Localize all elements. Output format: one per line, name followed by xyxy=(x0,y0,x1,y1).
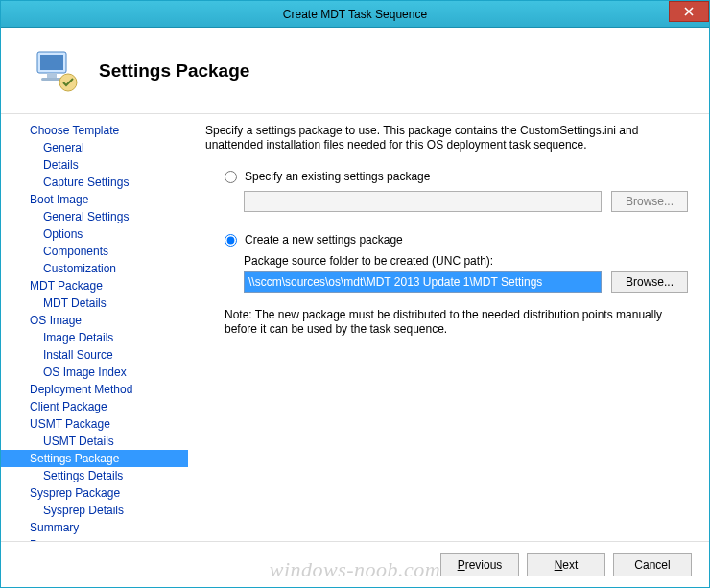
nav-item-general[interactable]: General xyxy=(1,139,188,156)
nav-item-mdt-package[interactable]: MDT Package xyxy=(1,277,188,294)
svg-rect-4 xyxy=(47,73,57,78)
existing-field-row: Browse... xyxy=(244,191,688,212)
note-text: Note: The new package must be distribute… xyxy=(225,308,688,337)
page-title: Settings Package xyxy=(99,60,249,82)
nav-item-choose-template[interactable]: Choose Template xyxy=(1,122,188,139)
nav-item-usmt-package[interactable]: USMT Package xyxy=(1,415,188,433)
titlebar: Create MDT Task Sequence xyxy=(1,1,709,28)
wizard-header: Settings Package xyxy=(1,28,709,114)
nav-item-customization[interactable]: Customization xyxy=(1,260,188,277)
intro-text: Specify a settings package to use. This … xyxy=(205,124,688,153)
radio-new-label[interactable]: Create a new settings package xyxy=(245,233,403,247)
nav-item-components[interactable]: Components xyxy=(1,243,188,260)
nav-item-os-image[interactable]: OS Image xyxy=(1,312,188,329)
svg-rect-3 xyxy=(40,55,63,70)
wizard-window: Create MDT Task Sequence Settings Packag… xyxy=(0,0,710,588)
cancel-button[interactable]: Cancel xyxy=(613,553,692,576)
nav-item-options[interactable]: Options xyxy=(1,225,188,243)
nav-item-summary[interactable]: Summary xyxy=(1,519,188,536)
wizard-footer: Previous Next Cancel xyxy=(1,541,709,587)
radio-new[interactable] xyxy=(225,234,237,247)
nav-item-image-details[interactable]: Image Details xyxy=(1,329,188,346)
close-icon xyxy=(684,7,694,16)
new-path-label: Package source folder to be created (UNC… xyxy=(244,254,688,268)
nav-item-deployment-method[interactable]: Deployment Method xyxy=(1,381,188,398)
window-title: Create MDT Task Sequence xyxy=(283,8,427,21)
previous-button[interactable]: Previous xyxy=(440,553,519,576)
nav-item-usmt-details[interactable]: USMT Details xyxy=(1,433,188,450)
nav-item-install-source[interactable]: Install Source xyxy=(1,346,188,364)
browse-existing-button: Browse... xyxy=(611,191,688,212)
nav-item-os-image-index[interactable]: OS Image Index xyxy=(1,364,188,381)
nav-item-boot-image[interactable]: Boot Image xyxy=(1,191,188,208)
wizard-main-panel: Specify a settings package to use. This … xyxy=(188,114,709,541)
nav-item-settings-package[interactable]: Settings Package xyxy=(1,450,188,467)
nav-item-sysprep-details[interactable]: Sysprep Details xyxy=(1,502,188,519)
wizard-nav-sidebar: Choose TemplateGeneralDetailsCapture Set… xyxy=(1,114,188,541)
next-button[interactable]: Next xyxy=(527,553,605,576)
nav-item-details[interactable]: Details xyxy=(1,156,188,174)
nav-item-general-settings[interactable]: General Settings xyxy=(1,208,188,225)
radio-existing-row[interactable]: Specify an existing settings package xyxy=(225,170,688,183)
wizard-content: Choose TemplateGeneralDetailsCapture Set… xyxy=(1,114,709,541)
close-button[interactable] xyxy=(669,1,709,22)
radio-new-row[interactable]: Create a new settings package xyxy=(225,233,688,247)
existing-package-input xyxy=(244,191,602,212)
browse-new-button[interactable]: Browse... xyxy=(611,271,688,293)
nav-item-client-package[interactable]: Client Package xyxy=(1,398,188,415)
nav-item-settings-details[interactable]: Settings Details xyxy=(1,467,188,484)
nav-item-mdt-details[interactable]: MDT Details xyxy=(1,294,188,312)
svg-rect-5 xyxy=(41,78,62,81)
wizard-icon xyxy=(30,46,80,96)
radio-existing-label[interactable]: Specify an existing settings package xyxy=(245,170,430,183)
new-field-row: Browse... xyxy=(244,271,688,293)
nav-item-sysprep-package[interactable]: Sysprep Package xyxy=(1,484,188,502)
nav-item-capture-settings[interactable]: Capture Settings xyxy=(1,174,188,191)
new-package-path-input[interactable] xyxy=(244,271,602,293)
radio-existing[interactable] xyxy=(225,171,237,183)
